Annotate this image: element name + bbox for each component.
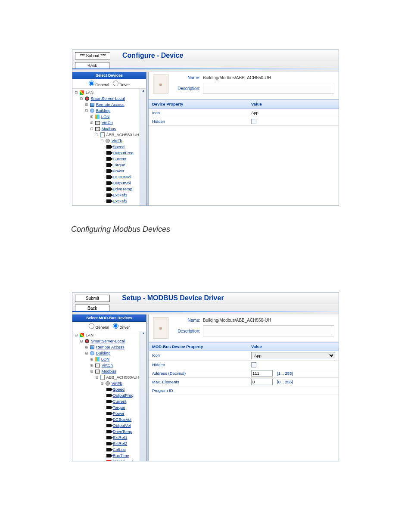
sidebar-options: General Driver bbox=[72, 322, 146, 331]
name-value: Building/Modbus/ABB_ACH550-UH bbox=[203, 75, 271, 80]
tree-point[interactable]: OutputFreq bbox=[113, 393, 134, 398]
device-tree[interactable]: ⊟ LAN ⊟ SmartServer-Local ⊞ Remote Acces… bbox=[72, 89, 146, 205]
description-input[interactable] bbox=[203, 83, 334, 94]
name-label: Name: bbox=[172, 318, 203, 323]
tree-point[interactable]: ExtRef2 bbox=[113, 199, 128, 203]
max-elements-hint: [0 .. 255] bbox=[277, 380, 293, 384]
sidebar: Select Devices General Driver ⊟ LAN ⊟ Sm… bbox=[72, 72, 146, 205]
radio-general[interactable]: General bbox=[89, 325, 109, 330]
second-toolbar: Back bbox=[72, 61, 339, 72]
body: Select Devices General Driver ⊟ LAN ⊟ Sm… bbox=[72, 72, 339, 205]
row-max-elements: Max. Elements [0 .. 255] bbox=[149, 378, 339, 386]
hidden-checkbox[interactable] bbox=[251, 362, 256, 367]
col-value: Value bbox=[248, 342, 339, 351]
name-value: Building/Modbus/ABB_ACH550-UH bbox=[203, 318, 271, 323]
window-title: Configure - Device bbox=[122, 52, 183, 59]
tree-smartserver[interactable]: SmartServer-Local bbox=[91, 96, 125, 101]
property-grid: Device Property Value Icon App Hidden bbox=[149, 100, 339, 126]
tree-point[interactable]: DriveTemp bbox=[113, 187, 132, 191]
tree-point[interactable]: Power bbox=[113, 168, 125, 173]
tree-point[interactable]: CtrlLoc bbox=[113, 447, 126, 452]
tree-point[interactable]: OutputFreq bbox=[113, 150, 134, 155]
body: Select MOD-Bus Devices General Driver ⊟ … bbox=[72, 314, 339, 461]
max-elements-input[interactable] bbox=[251, 379, 273, 385]
radio-general[interactable]: General bbox=[89, 83, 109, 87]
tree-building[interactable]: Building bbox=[96, 351, 111, 355]
tree-point[interactable]: KWHCounter bbox=[113, 459, 137, 461]
icon-select[interactable]: App bbox=[251, 352, 335, 359]
row-hidden: Hidden bbox=[149, 361, 339, 369]
tree-modbus[interactable]: Modbus bbox=[102, 369, 116, 373]
tree-virtch[interactable]: VirtCh bbox=[102, 120, 113, 125]
tree-point[interactable]: DCBusVol bbox=[113, 417, 131, 422]
tree-virtfb[interactable]: VirtFb bbox=[112, 381, 122, 386]
tree-point[interactable]: OutputVol bbox=[113, 423, 131, 428]
top-toolbar: *** Submit *** Configure - Device bbox=[72, 50, 339, 61]
tree-point[interactable]: ExtRef2 bbox=[113, 441, 128, 446]
main-panel: ▧ Name: Building/Modbus/ABB_ACH550-UH De… bbox=[149, 72, 339, 205]
tree-virtch[interactable]: VirtCh bbox=[102, 363, 113, 367]
tree-point[interactable]: Power bbox=[113, 411, 125, 416]
tree-lon[interactable]: LON bbox=[101, 114, 110, 119]
description-input[interactable] bbox=[203, 325, 334, 336]
tree-point[interactable]: ExtRef1 bbox=[113, 435, 128, 440]
device-header: ▧ Name: Building/Modbus/ABB_ACH550-UH De… bbox=[149, 72, 339, 100]
device-thumbnail-icon: ▧ bbox=[153, 317, 168, 339]
row-address: Address (Decimal) [1 .. 255] bbox=[149, 369, 339, 378]
tree-modbus[interactable]: Modbus bbox=[102, 126, 116, 131]
radio-driver[interactable]: Driver bbox=[113, 83, 130, 87]
tree-point[interactable]: Current bbox=[113, 156, 127, 161]
tree-smartserver[interactable]: SmartServer-Local bbox=[91, 339, 125, 343]
back-button[interactable]: Back bbox=[75, 305, 109, 312]
radio-driver[interactable]: Driver bbox=[113, 325, 130, 330]
row-icon: Icon App bbox=[149, 109, 339, 117]
address-input[interactable] bbox=[251, 370, 273, 376]
name-label: Name: bbox=[172, 75, 203, 80]
row-program-id: Program ID bbox=[149, 386, 339, 395]
address-hint: [1 .. 255] bbox=[277, 371, 293, 376]
device-thumbnail-icon: ▧ bbox=[153, 75, 168, 93]
configure-device-window: *** Submit *** Configure - Device Back S… bbox=[72, 50, 339, 206]
tree-remote-access[interactable]: Remote Access bbox=[96, 102, 125, 107]
tree-abb[interactable]: ABB_ACH550-UH bbox=[106, 132, 139, 137]
section-caption: Configuring Modbus Devices bbox=[71, 225, 411, 234]
row-icon: Icon App bbox=[149, 351, 339, 361]
device-tree[interactable]: ⊟ LAN ⊟ SmartServer-Local ⊞ Remote Acces… bbox=[72, 331, 146, 461]
back-button[interactable]: Back bbox=[75, 62, 109, 69]
tree-point[interactable]: RunTime bbox=[113, 453, 129, 458]
tree-point[interactable]: Torque bbox=[112, 405, 125, 410]
description-label: Description: bbox=[172, 86, 203, 91]
hidden-checkbox[interactable] bbox=[251, 119, 256, 124]
tree-point[interactable]: DCBusVol bbox=[113, 174, 131, 179]
property-grid: MOD-Bus Device Property Value Icon App H… bbox=[149, 342, 339, 395]
tree-lon[interactable]: LON bbox=[101, 357, 110, 361]
tree-point[interactable]: Speed bbox=[113, 144, 125, 149]
submit-button[interactable]: *** Submit *** bbox=[75, 52, 110, 59]
col-value: Value bbox=[248, 100, 339, 108]
modbus-driver-window: Submit Setup - MODBUS Device Driver Back… bbox=[72, 292, 339, 461]
tree-point[interactable]: Current bbox=[113, 399, 127, 404]
icon-value: App bbox=[251, 110, 258, 115]
window-title: Setup - MODBUS Device Driver bbox=[122, 294, 224, 302]
sidebar-options: General Driver bbox=[72, 79, 146, 89]
description-label: Description: bbox=[172, 329, 203, 333]
tree-abb[interactable]: ABB_ACH550-UH bbox=[106, 375, 139, 380]
tree-point[interactable]: Speed bbox=[113, 387, 125, 392]
tree-point[interactable]: DriveTemp bbox=[113, 429, 132, 434]
tree-remote-access[interactable]: Remote Access bbox=[96, 345, 125, 349]
tree-point[interactable]: ExtRef1 bbox=[113, 193, 128, 197]
tree-building[interactable]: Building bbox=[96, 108, 111, 113]
tree-point[interactable]: Torque bbox=[112, 162, 125, 167]
second-toolbar: Back bbox=[72, 304, 339, 314]
col-property: MOD-Bus Device Property bbox=[149, 342, 248, 351]
device-header: ▧ Name: Building/Modbus/ABB_ACH550-UH De… bbox=[149, 314, 339, 342]
submit-button[interactable]: Submit bbox=[75, 295, 110, 302]
tree-point[interactable]: CtrlLoc bbox=[113, 205, 126, 205]
main-panel: ▧ Name: Building/Modbus/ABB_ACH550-UH De… bbox=[149, 314, 339, 461]
sidebar: Select MOD-Bus Devices General Driver ⊟ … bbox=[72, 314, 146, 461]
sidebar-header: Select Devices bbox=[72, 72, 146, 79]
sidebar-header: Select MOD-Bus Devices bbox=[72, 314, 146, 322]
tree-virtfb[interactable]: VirtFb bbox=[112, 138, 122, 143]
tree-point[interactable]: OutputVol bbox=[113, 180, 131, 185]
row-hidden: Hidden bbox=[149, 117, 339, 126]
